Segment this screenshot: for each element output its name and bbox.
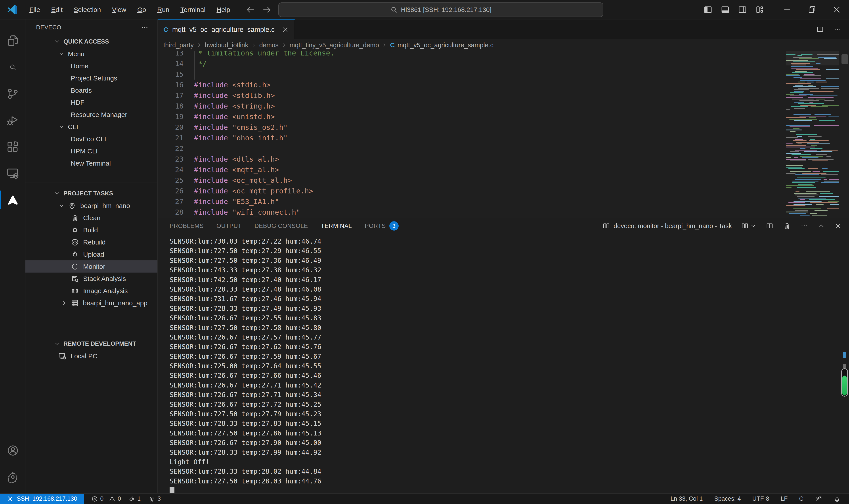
stack-icon [71, 274, 79, 283]
sidebar-item-home[interactable]: Home [25, 60, 158, 72]
chevron-down-icon [54, 190, 60, 197]
menu-item-run[interactable]: Run [152, 3, 175, 17]
sidebar-more-actions-icon[interactable] [141, 23, 149, 31]
editor-tab-bar: C mqtt_v5_oc_agriculture_sample.c [158, 19, 849, 39]
menu-item-go[interactable]: Go [132, 3, 152, 17]
tools-status[interactable]: 1 [128, 496, 141, 502]
panel-tab-ports[interactable]: PORTS3 [365, 221, 399, 231]
split-terminal-icon[interactable] [766, 222, 773, 230]
notifications-bell-icon[interactable] [833, 496, 841, 502]
sidebar-item-build[interactable]: Build [25, 224, 158, 236]
sidebar-item-resource-manager[interactable]: Resource Manager [25, 109, 158, 121]
menu-item-view[interactable]: View [106, 3, 131, 17]
sidebar-item-rebuild[interactable]: Rebuild [25, 236, 158, 248]
split-editor-icon[interactable] [816, 25, 824, 33]
editor-scrollbar[interactable] [842, 54, 848, 64]
sidebar-item-project-settings[interactable]: Project Settings [25, 72, 158, 84]
panel-more-actions-icon[interactable] [800, 222, 808, 230]
sidebar-item-menu[interactable]: Menu [25, 48, 158, 60]
sidebar-item-stack-analysis[interactable]: Stack Analysis [25, 273, 158, 285]
encoding[interactable]: UTF-8 [752, 496, 769, 502]
menu-item-edit[interactable]: Edit [46, 3, 68, 17]
kill-terminal-icon[interactable] [783, 222, 791, 230]
activity-search-icon[interactable] [0, 54, 25, 80]
toggle-sidebar-icon[interactable] [702, 3, 714, 16]
section-quick-access[interactable]: QUICK ACCESS [25, 35, 158, 48]
tab-close-icon[interactable] [282, 26, 289, 33]
toggle-secondary-sidebar-icon[interactable] [736, 3, 748, 16]
panel-tab-problems[interactable]: PROBLEMS [169, 222, 204, 230]
terminal-session[interactable]: deveco: monitor - bearpi_hm_nano - Task [602, 222, 732, 230]
code-editor[interactable]: 13 * limitations under the License.14 */… [158, 51, 849, 218]
sidebar-item-local-pc[interactable]: Local PC [25, 350, 158, 362]
restore-button[interactable] [799, 0, 824, 19]
minimap-line [822, 168, 828, 169]
ports-status[interactable]: 3 [148, 496, 161, 502]
activity-source-control-icon[interactable] [0, 80, 25, 107]
sidebar-item-deveco-cli[interactable]: DevEco CLI [25, 133, 158, 145]
activity-extensions-icon[interactable] [0, 133, 25, 160]
activity-remote-explorer-icon[interactable] [0, 160, 25, 186]
sidebar-item-bearpi-hm-nano[interactable]: bearpi_hm_nano [25, 200, 158, 212]
forward-arrow-icon[interactable] [262, 5, 272, 15]
breadcrumb-item-hwcloud-iotlink[interactable]: hwcloud_iotlink [205, 41, 248, 49]
section-remote-development[interactable]: REMOTE DEVELOPMENT [25, 338, 158, 350]
remote-indicator[interactable]: SSH: 192.168.217.130 [0, 493, 84, 504]
minimap-line [809, 140, 829, 141]
sidebar-item-monitor[interactable]: Monitor [25, 260, 158, 273]
customize-layout-icon[interactable] [754, 3, 766, 16]
indentation[interactable]: Spaces: 4 [714, 496, 741, 502]
launch-profile-icon[interactable] [741, 222, 757, 230]
sidebar-item-cli[interactable]: CLI [25, 121, 158, 133]
activity-explorer-icon[interactable] [0, 28, 25, 54]
tab-mqtt-v5-oc-agriculture-sample[interactable]: C mqtt_v5_oc_agriculture_sample.c [158, 19, 295, 39]
command-center-search[interactable]: Hi3861 [SSH: 192.168.217.130] [278, 2, 603, 17]
minimap-line [802, 173, 827, 174]
minimize-button[interactable] [775, 0, 799, 19]
feedback-icon[interactable] [815, 496, 822, 502]
sidebar-item-upload[interactable]: Upload [25, 248, 158, 260]
sidebar-item-new-terminal[interactable]: New Terminal [25, 157, 158, 169]
panel-tab-terminal[interactable]: TERMINAL [321, 222, 352, 230]
breadcrumb-item-third-party[interactable]: third_party [163, 41, 194, 49]
toggle-panel-icon[interactable] [719, 3, 731, 16]
minimap-line [786, 173, 795, 174]
panel-tab-debug-console[interactable]: DEBUG CONSOLE [254, 222, 308, 230]
sidebar-item-image-analysis[interactable]: Image Analysis [25, 285, 158, 297]
section-project-tasks[interactable]: PROJECT TASKS [25, 187, 158, 200]
terminal-line: SENSOR:lum:726.67 temp:27.71 hum:45.42 [169, 380, 849, 390]
activity-deveco-icon[interactable] [0, 186, 25, 213]
sidebar-item-hpm-cli[interactable]: HPM CLI [25, 145, 158, 157]
eol-sequence[interactable]: LF [781, 496, 788, 502]
minimap[interactable] [786, 51, 839, 218]
menu-item-selection[interactable]: Selection [68, 3, 106, 17]
language-mode[interactable]: C [799, 496, 804, 502]
maximize-panel-icon[interactable] [818, 222, 825, 230]
close-window-button[interactable] [824, 0, 849, 19]
problems-status[interactable]: 0 0 [91, 496, 121, 502]
breadcrumb-item-demos[interactable]: demos [259, 41, 278, 49]
cursor-position[interactable]: Ln 33, Col 1 [671, 496, 703, 502]
sidebar-item-boards[interactable]: Boards [25, 84, 158, 96]
terminal-line: SENSOR:lum:726.67 temp:27.72 hum:45.25 [169, 400, 849, 409]
sidebar-item-clean[interactable]: Clean [25, 212, 158, 224]
terminal-line: SENSOR:lum:726.67 temp:27.59 hum:45.67 [169, 352, 849, 361]
menu-item-help[interactable]: Help [211, 3, 236, 17]
breadcrumb-item-mqtt-tiny-v5-agriculture-demo[interactable]: mqtt_tiny_v5_agriculture_demo [290, 41, 379, 49]
monitor-progress-indicator [841, 368, 848, 397]
back-arrow-icon[interactable] [246, 5, 255, 15]
activity-settings-icon[interactable] [0, 464, 25, 490]
sidebar-item-hdf[interactable]: HDF [25, 96, 158, 109]
menu-item-terminal[interactable]: Terminal [175, 3, 211, 17]
menu-item-file[interactable]: File [24, 3, 46, 17]
terminal-output[interactable]: SENSOR:lum:730.83 temp:27.22 hum:46.74SE… [158, 234, 849, 493]
activity-bar-bottom [0, 437, 25, 490]
minimap-line [808, 136, 821, 137]
editor-more-actions-icon[interactable] [833, 25, 842, 33]
sidebar-item-bearpi-hm-nano-app[interactable]: bearpi_hm_nano_app [25, 297, 158, 309]
activity-account-icon[interactable] [0, 437, 25, 464]
close-panel-icon[interactable] [834, 222, 842, 230]
activity-run-debug-icon[interactable] [0, 107, 25, 133]
breadcrumb-item-mqtt-v5-oc-agriculture-sample-c[interactable]: mqtt_v5_oc_agriculture_sample.c [398, 41, 493, 49]
panel-tab-output[interactable]: OUTPUT [216, 222, 242, 230]
